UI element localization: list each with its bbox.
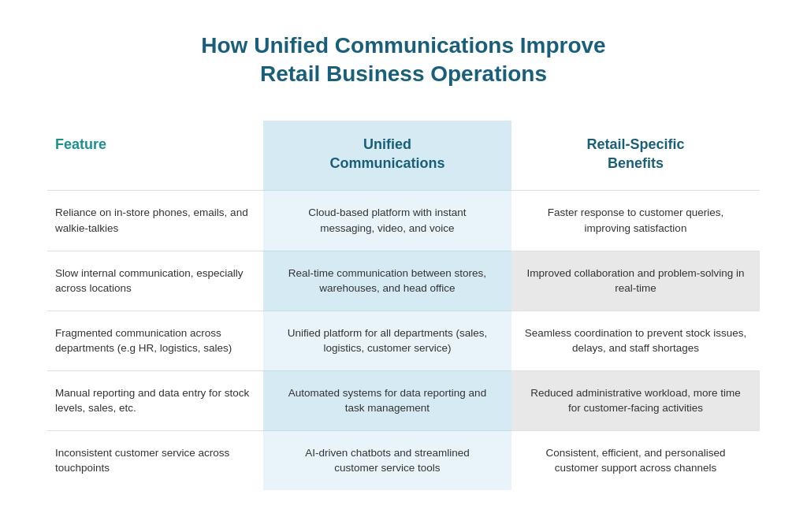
benefit-row-5: Consistent, efficient, and personalised … [511, 430, 760, 490]
feature-row-3: Fragmented communication across departme… [47, 311, 263, 370]
benefit-row-2: Improved collaboration and problem-solvi… [511, 251, 760, 311]
uc-row-2: Real-time communication between stores, … [263, 251, 511, 311]
uc-row-5: AI-driven chatbots and streamlined custo… [263, 430, 511, 490]
benefit-row-3: Seamless coordination to prevent stock i… [511, 311, 760, 370]
uc-column-header: UnifiedCommunications [263, 121, 511, 191]
page-title: How Unified Communications Improve Retai… [201, 32, 605, 89]
feature-row-2: Slow internal communication, especially … [47, 251, 263, 311]
feature-row-5: Inconsistent customer service across tou… [47, 430, 263, 490]
main-table: Feature UnifiedCommunications Retail-Spe… [47, 121, 760, 490]
feature-column-header: Feature [47, 121, 263, 191]
benefit-row-4: Reduced administrative workload, more ti… [511, 370, 760, 430]
uc-row-1: Cloud-based platform with instant messag… [263, 190, 511, 250]
benefits-column-header: Retail-SpecificBenefits [511, 121, 760, 191]
feature-row-1: Reliance on in-store phones, emails, and… [47, 190, 263, 250]
uc-row-4: Automated systems for data reporting and… [263, 370, 511, 430]
benefit-row-1: Faster response to customer queries, imp… [511, 190, 760, 250]
uc-row-3: Unified platform for all departments (sa… [263, 311, 511, 370]
feature-row-4: Manual reporting and data entry for stoc… [47, 370, 263, 430]
